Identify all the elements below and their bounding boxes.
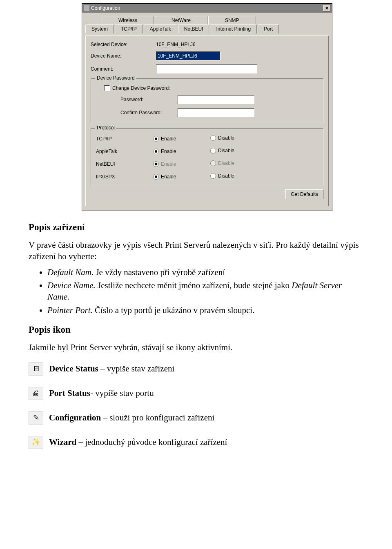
protocol-legend: Protocol bbox=[95, 125, 116, 131]
protocol-row-ipxspx: IPX/SPX Enable Disable bbox=[96, 173, 318, 180]
list-item: Device Name. Jestliže nechcete měnit jmé… bbox=[47, 280, 363, 303]
get-defaults-button[interactable]: Get Defaults bbox=[285, 189, 323, 199]
change-password-checkbox[interactable]: Change Device Password: bbox=[104, 85, 170, 91]
protocol-name: TCP/IP bbox=[96, 136, 153, 142]
protocol-name: IPX/SPX bbox=[96, 174, 153, 180]
confirm-password-label: Confirm Password: bbox=[120, 110, 178, 116]
tab-netware[interactable]: NetWare bbox=[155, 16, 207, 24]
tab-strip: Wireless NetWare SNMP System TCP/IP Appl… bbox=[85, 15, 329, 33]
wizard-icon: ✨ bbox=[29, 436, 43, 449]
device-name-input[interactable] bbox=[156, 51, 220, 60]
change-password-label: Change Device Password: bbox=[112, 85, 170, 91]
paragraph: Jakmile byl Print Server vybrán, stávají… bbox=[29, 342, 363, 353]
tcpip-disable-radio[interactable]: Disable bbox=[210, 135, 234, 141]
checkbox-icon bbox=[104, 85, 110, 91]
selected-device-label: Selected Device: bbox=[91, 42, 156, 47]
device-status-icon: 🖥 bbox=[29, 362, 43, 376]
appletalk-enable-radio[interactable]: Enable bbox=[153, 149, 176, 154]
tab-system[interactable]: System bbox=[85, 24, 114, 33]
paragraph: V pravé části obrazovky je výpis všech P… bbox=[29, 239, 363, 262]
netbeui-disable-radio: Disable bbox=[210, 160, 234, 166]
tab-snmp[interactable]: SNMP bbox=[208, 16, 256, 24]
confirm-password-input[interactable] bbox=[178, 108, 254, 117]
netbeui-enable-radio: Enable bbox=[153, 161, 176, 167]
tab-netbeui[interactable]: NetBEUI bbox=[178, 24, 209, 33]
protocol-name: NetBEUI bbox=[96, 161, 153, 167]
document-body: Popis zařízení V pravé části obrazovky j… bbox=[0, 221, 392, 477]
icon-entry-wizard: ✨ Wizard – jednoduchý původce konfigurac… bbox=[29, 436, 363, 449]
section-heading: Popis ikon bbox=[29, 323, 363, 336]
appletalk-disable-radio[interactable]: Disable bbox=[210, 148, 234, 153]
device-password-group: Device Password Change Device Password: … bbox=[91, 78, 323, 123]
password-label: Password: bbox=[120, 97, 178, 102]
bullet-list: Default Nam. Je vždy nastaveno při výrob… bbox=[29, 267, 363, 316]
device-password-legend: Device Password bbox=[95, 75, 136, 81]
comment-input[interactable] bbox=[156, 64, 257, 73]
protocol-row-tcpip: TCP/IP Enable Disable bbox=[96, 135, 318, 142]
section-heading: Popis zařízení bbox=[29, 221, 363, 233]
port-status-icon: 🖨 bbox=[29, 387, 43, 400]
protocol-name: AppleTalk bbox=[96, 149, 153, 154]
selected-device-value: 10F_ENM_HPLJ6 bbox=[156, 42, 196, 47]
app-icon bbox=[84, 5, 89, 11]
comment-label: Comment: bbox=[91, 66, 156, 72]
icon-entry-configuration: ✎ Configuration – slouží pro konfiguraci… bbox=[29, 411, 363, 425]
window-title: Configuration bbox=[91, 5, 120, 11]
device-name-label: Device Name: bbox=[91, 53, 156, 59]
tab-internet-printing[interactable]: Internet Printing bbox=[210, 24, 257, 33]
protocol-group: Protocol TCP/IP Enable Disable AppleTalk… bbox=[91, 128, 323, 186]
configuration-icon: ✎ bbox=[29, 411, 43, 425]
titlebar: Configuration ✕ bbox=[82, 4, 332, 13]
icon-entry-device-status: 🖥 Device Status – vypíše stav zařízení bbox=[29, 362, 363, 376]
ipxspx-disable-radio[interactable]: Disable bbox=[210, 173, 234, 179]
tab-tcpip[interactable]: TCP/IP bbox=[115, 24, 143, 33]
list-item: Default Nam. Je vždy nastaveno při výrob… bbox=[47, 267, 363, 278]
tab-port[interactable]: Port bbox=[258, 24, 279, 33]
tcpip-enable-radio[interactable]: Enable bbox=[153, 136, 176, 142]
ipxspx-enable-radio[interactable]: Enable bbox=[153, 174, 176, 180]
tab-wireless[interactable]: Wireless bbox=[102, 16, 154, 24]
protocol-row-appletalk: AppleTalk Enable Disable bbox=[96, 148, 318, 155]
password-input[interactable] bbox=[178, 95, 254, 104]
close-button[interactable]: ✕ bbox=[323, 5, 330, 11]
configuration-window: Configuration ✕ Wireless NetWare SNMP Sy… bbox=[82, 3, 332, 211]
icon-entry-port-status: 🖨 Port Status- vypíše stav portu bbox=[29, 387, 363, 400]
tab-appletalk[interactable]: AppleTalk bbox=[144, 24, 177, 33]
protocol-row-netbeui: NetBEUI Enable Disable bbox=[96, 160, 318, 167]
list-item: Pointer Port. Číslo a typ portů je ukázá… bbox=[47, 305, 363, 316]
system-panel: Selected Device: 10F_ENM_HPLJ6 Device Na… bbox=[85, 36, 329, 206]
